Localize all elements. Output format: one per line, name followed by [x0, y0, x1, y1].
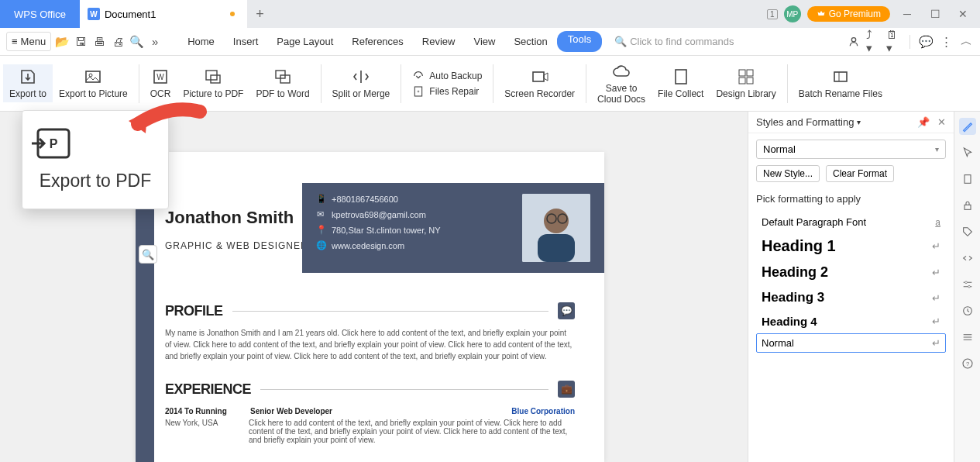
svg-rect-9 [533, 72, 544, 81]
pin-icon[interactable]: 📌 [917, 116, 930, 128]
crown-icon [817, 9, 826, 19]
tab-page-layout[interactable]: Page Layout [267, 31, 342, 52]
exp-company: Blue Corporation [511, 407, 575, 415]
tab-section[interactable]: Section [504, 31, 556, 52]
svg-point-23 [965, 281, 967, 284]
collapse-ribbon-icon[interactable]: ︿ [958, 34, 974, 50]
screen-recorder-button[interactable]: Screen Recorder [498, 64, 581, 102]
file-collect-button[interactable]: File Collect [652, 64, 710, 102]
svg-text:?: ? [965, 360, 968, 367]
window-count-badge[interactable]: 1 [767, 9, 778, 19]
vertical-scrollbar[interactable] [740, 112, 748, 462]
tab-review[interactable]: Review [413, 31, 465, 52]
user-settings-icon[interactable] [846, 34, 861, 50]
export-to-picture-button[interactable]: Export to Picture [53, 64, 134, 102]
user-avatar[interactable]: MP [784, 5, 801, 22]
tab-tools[interactable]: Tools [557, 31, 602, 52]
cloud-icon [612, 62, 631, 81]
style-heading-1[interactable]: Heading 1↵ [756, 233, 946, 259]
clipboard-rail-icon[interactable] [959, 171, 976, 188]
save-to-cloud-button[interactable]: Save toCloud Docs [591, 59, 652, 109]
picture-icon [84, 67, 102, 86]
email-icon: ✉ [316, 209, 324, 219]
calendar-icon[interactable]: 🗓 ▾ [886, 34, 902, 50]
batch-rename-button[interactable]: Batch Rename Files [793, 64, 889, 102]
save-icon[interactable]: 🖫 [73, 34, 88, 50]
share-icon[interactable]: ⤴ ▾ [866, 34, 882, 50]
resume-subtitle: GRAPHIC & WEB DESIGNER [165, 240, 308, 251]
chevron-down-icon[interactable]: ▾ [857, 118, 861, 126]
svg-rect-22 [965, 205, 971, 209]
unsaved-indicator-icon [230, 12, 235, 16]
exp-description: Click here to add content of the text, a… [249, 419, 575, 444]
current-style-dropdown[interactable]: Normal ▾ [756, 140, 946, 159]
app-tab[interactable]: WPS Office [0, 0, 80, 28]
print-icon[interactable]: 🖶 [91, 34, 107, 50]
svg-rect-12 [747, 70, 753, 76]
profile-photo [522, 194, 590, 262]
tab-home[interactable]: Home [178, 31, 224, 52]
style-heading-2[interactable]: Heading 2↵ [756, 260, 946, 284]
tab-view[interactable]: View [464, 31, 504, 52]
phone-icon: 📱 [316, 194, 324, 204]
document-tab[interactable]: W Document1 [80, 0, 247, 28]
svg-rect-15 [834, 72, 847, 81]
export-to-button[interactable]: Export to [3, 64, 53, 102]
tag-rail-icon[interactable] [959, 223, 976, 240]
new-style-button[interactable]: New Style... [756, 165, 820, 182]
help-rail-icon[interactable]: ? [959, 355, 976, 372]
style-default-font[interactable]: Default Paragraph Fonta [756, 212, 946, 232]
tab-references[interactable]: References [342, 31, 412, 52]
design-library-button[interactable]: Design Library [710, 64, 782, 102]
close-button[interactable]: ✕ [952, 3, 974, 25]
go-premium-button[interactable]: Go Premium [807, 6, 890, 22]
location-icon: 📍 [316, 225, 324, 235]
style-normal[interactable]: Normal↵ [756, 333, 946, 353]
new-tab-button[interactable]: + [247, 0, 272, 28]
maximize-button[interactable]: ☐ [924, 3, 946, 25]
pdf-to-word-button[interactable]: PDF to Word [249, 64, 315, 102]
selection-rail-icon[interactable] [959, 144, 976, 161]
panel-title: Styles and Formatting [756, 116, 854, 128]
resume-name: Jonathon Smith [165, 208, 308, 228]
main-menu-button[interactable]: ≡ Menu [6, 32, 51, 51]
history-rail-icon[interactable] [959, 302, 976, 319]
pdf-to-word-icon [273, 67, 292, 86]
split-merge-button[interactable]: Split or Merge [326, 64, 397, 102]
pick-formatting-label: Pick formatting to apply [748, 190, 954, 208]
hamburger-icon: ≡ [12, 36, 18, 47]
ocr-button[interactable]: W OCR [144, 64, 177, 102]
picture-to-pdf-button[interactable]: Picture to PDF [177, 64, 249, 102]
repair-icon [412, 85, 425, 98]
style-heading-4[interactable]: Heading 4↵ [756, 311, 946, 332]
more-quickaccess-icon[interactable]: » [147, 34, 163, 50]
code-rail-icon[interactable] [959, 250, 976, 267]
pic-to-pdf-icon [204, 67, 222, 86]
print-preview-icon[interactable]: 🖨 [110, 34, 126, 50]
contact-block: 📱+8801867456600 ✉kpetrova698@gamil.com 📍… [302, 183, 604, 273]
files-repair-button[interactable]: Files Repair [412, 85, 479, 98]
styles-rail-icon[interactable] [959, 118, 976, 135]
style-heading-3[interactable]: Heading 3↵ [756, 286, 946, 309]
document-page[interactable]: 🔍 Jonathon Smith GRAPHIC & WEB DESIGNER … [136, 152, 604, 462]
auto-backup-button[interactable]: Auto Backup [412, 70, 482, 82]
lock-rail-icon[interactable] [959, 197, 976, 214]
contact-email: kpetrova698@gamil.com [332, 210, 426, 219]
command-search[interactable]: 🔍 Click to find commands [614, 36, 734, 47]
rename-icon [831, 67, 850, 86]
callout-label: Export to PDF [30, 170, 160, 193]
list-rail-icon[interactable] [959, 329, 976, 346]
more-options-icon[interactable]: ⋮ [938, 34, 954, 50]
sliders-rail-icon[interactable] [959, 276, 976, 293]
minimize-button[interactable]: ─ [896, 3, 918, 25]
tab-insert[interactable]: Insert [224, 31, 268, 52]
zoom-icon[interactable]: 🔍 [129, 34, 144, 50]
close-panel-icon[interactable]: ✕ [937, 116, 946, 128]
svg-point-1 [89, 74, 92, 77]
page-find-button[interactable]: 🔍 [139, 245, 157, 264]
open-folder-icon[interactable]: 📂 [54, 34, 70, 50]
clear-format-button[interactable]: Clear Format [826, 165, 894, 182]
comments-icon[interactable]: 💬 [918, 34, 934, 50]
profile-section-icon: 💬 [558, 302, 575, 319]
exp-role: Senior Web Developer [250, 407, 332, 415]
